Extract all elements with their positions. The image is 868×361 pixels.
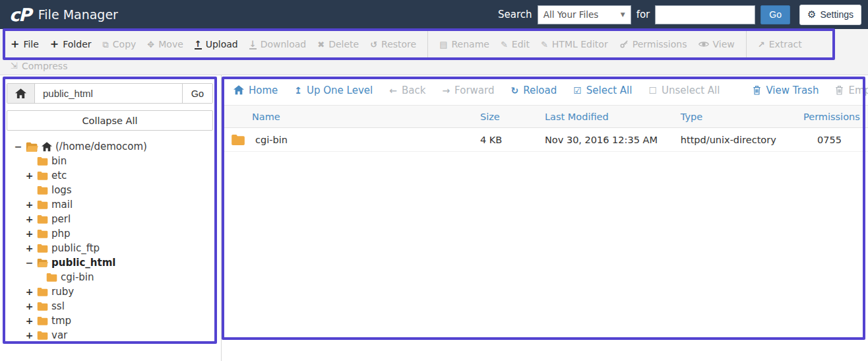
up-one-level-button[interactable]: ↥ Up One Level [294, 84, 373, 96]
new-folder-button[interactable]: + Folder [50, 39, 92, 49]
column-header-last-modified[interactable]: Last Modified [545, 112, 681, 122]
column-header-permissions[interactable]: Permissions [803, 112, 868, 122]
tree-item-home[interactable]: − (/home/democom) [7, 139, 213, 154]
html-editor-icon: ✎ [541, 40, 548, 49]
arrow-left-icon: ← [389, 86, 397, 95]
file-last-modified: Nov 30, 2016 12:35 AM [545, 135, 681, 145]
key-icon [619, 40, 629, 49]
upload-icon: ↑ [195, 40, 202, 49]
file-size: 4 KB [480, 135, 545, 145]
select-all-button[interactable]: ☑ Select All [573, 84, 632, 96]
view-button[interactable]: View [698, 39, 735, 49]
restore-button[interactable]: ↺ Restore [370, 39, 416, 49]
checkbox-empty-icon: ☐ [648, 86, 657, 95]
tree-item-ssl[interactable]: + ssl [7, 299, 213, 313]
tree-item-php[interactable]: + php [7, 226, 213, 241]
compress-button[interactable]: ⇲ Compress [11, 61, 67, 71]
sidebar: Go Collapse All − (/home/democom) [0, 75, 222, 361]
forward-button[interactable]: → Forward [442, 84, 494, 96]
rename-button[interactable]: ▤ Rename [439, 39, 489, 49]
expand-expander-icon[interactable]: + [25, 330, 34, 341]
eye-icon [698, 40, 709, 48]
back-button[interactable]: ← Back [389, 84, 425, 96]
tree-item-perl[interactable]: + perl [7, 212, 213, 226]
edit-button[interactable]: ✎ Edit [501, 39, 530, 49]
tree-item-public-html[interactable]: − public_html [7, 255, 213, 270]
table-row-cgi-bin[interactable]: cgi-bin 4 KB Nov 30, 2016 12:35 AM httpd… [222, 128, 868, 152]
home-nav-button[interactable]: Home [233, 84, 278, 96]
expand-expander-icon[interactable]: + [25, 286, 34, 297]
tree-item-etc[interactable]: + etc [7, 168, 213, 183]
upload-button[interactable]: ↑ Upload [195, 39, 238, 49]
tree-item-label: (/home/democom) [55, 141, 147, 152]
copy-button[interactable]: ⧉ Copy [103, 39, 137, 49]
content-area: Go Collapse All − (/home/democom) [0, 75, 868, 361]
tree-item-logs[interactable]: logs [7, 183, 213, 197]
empty-trash-button[interactable]: Empty Trash [835, 84, 868, 96]
expand-expander-icon[interactable]: + [25, 243, 34, 253]
delete-button[interactable]: ✖ Delete [317, 39, 359, 49]
reload-icon: ↻ [511, 86, 518, 95]
tree-item-public-ftp[interactable]: + public_ftp [7, 241, 213, 255]
folder-icon [37, 302, 48, 311]
delete-x-icon: ✖ [317, 40, 325, 49]
file-manager-page: cP File Manager Search All Your Files ▼ … [0, 0, 868, 361]
move-icon: ✥ [147, 40, 154, 49]
html-editor-button[interactable]: ✎ HTML Editor [541, 39, 608, 49]
folder-icon [231, 134, 245, 145]
folder-icon [37, 156, 48, 166]
reload-button[interactable]: ↻ Reload [511, 84, 557, 96]
tree-item-label: cgi-bin [61, 271, 94, 283]
collapse-expander-icon[interactable]: − [25, 257, 34, 268]
caret-down-icon: ▼ [621, 11, 625, 18]
tree-item-label: public_html [51, 257, 115, 269]
folder-icon [37, 287, 48, 296]
folder-icon [37, 171, 48, 180]
search-scope-select[interactable]: All Your Files ▼ [538, 5, 631, 24]
column-header-name[interactable]: Name [222, 112, 480, 122]
expand-expander-icon[interactable]: + [25, 199, 34, 210]
extract-button[interactable]: ↗ Extract [758, 39, 802, 49]
collapse-expander-icon[interactable]: − [14, 141, 22, 152]
folder-icon [37, 200, 48, 209]
search-go-button[interactable]: Go [760, 5, 790, 24]
column-header-size[interactable]: Size [480, 112, 545, 122]
expand-expander-icon[interactable]: + [25, 301, 34, 312]
unselect-all-button[interactable]: ☐ Unselect All [648, 84, 720, 96]
search-input[interactable] [655, 5, 755, 24]
column-header-type[interactable]: Type [681, 112, 803, 122]
home-button[interactable] [7, 84, 35, 103]
collapse-all-button[interactable]: Collapse All [7, 110, 213, 131]
folder-icon [37, 214, 48, 224]
folder-tree: − (/home/democom) bin [7, 139, 213, 343]
download-button[interactable]: ↓ Download [249, 39, 307, 49]
expand-expander-icon[interactable]: + [25, 228, 34, 239]
restore-icon: ↺ [370, 40, 377, 49]
tree-item-mail[interactable]: + mail [7, 197, 213, 212]
tree-item-tmp[interactable]: + tmp [7, 313, 213, 328]
permissions-button[interactable]: Permissions [619, 39, 687, 49]
expand-expander-icon[interactable]: + [25, 315, 34, 326]
expand-expander-icon[interactable]: + [25, 214, 34, 224]
tree-item-bin[interactable]: bin [7, 154, 213, 168]
settings-button[interactable]: ⚙ Settings [799, 5, 861, 25]
view-trash-button[interactable]: View Trash [753, 84, 819, 96]
expand-expander-icon[interactable]: + [25, 170, 34, 181]
home-icon [15, 88, 26, 99]
page-title: File Manager [38, 7, 118, 22]
tree-item-label: ruby [51, 286, 74, 298]
trash-icon [835, 85, 844, 95]
table-header: Name Size Last Modified Type Permissions [222, 106, 868, 128]
copy-icon: ⧉ [103, 40, 109, 49]
path-go-button[interactable]: Go [182, 84, 212, 103]
new-file-button[interactable]: + File [11, 39, 39, 49]
extract-icon: ↗ [758, 40, 765, 49]
path-input[interactable] [35, 84, 182, 103]
tree-item-ruby[interactable]: + ruby [7, 284, 213, 299]
folder-icon [46, 273, 57, 282]
tree-item-var[interactable]: + var [7, 328, 213, 343]
move-button[interactable]: ✥ Move [147, 39, 183, 49]
tree-item-cgi-bin[interactable]: cgi-bin [7, 270, 213, 284]
search-label: Search [498, 9, 532, 20]
edit-pencil-icon: ✎ [501, 40, 508, 49]
